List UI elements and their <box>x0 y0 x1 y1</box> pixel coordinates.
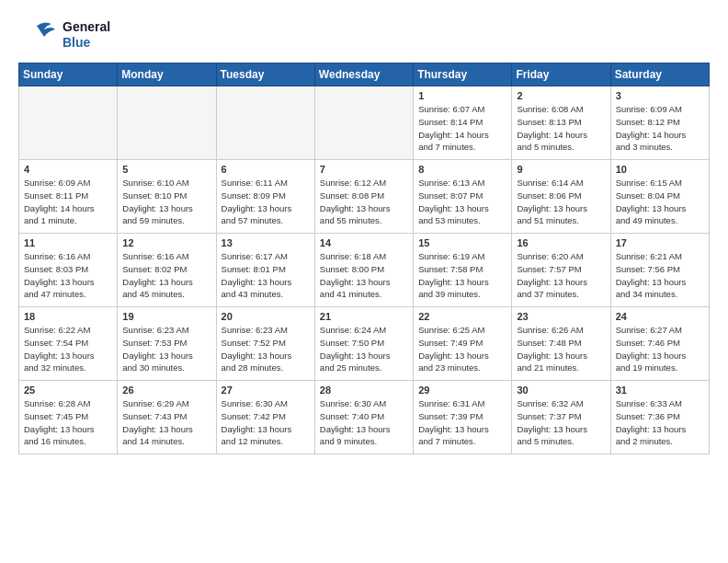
calendar-cell: 31Sunrise: 6:33 AMSunset: 7:36 PMDayligh… <box>610 381 709 454</box>
calendar-cell: 28Sunrise: 6:30 AMSunset: 7:40 PMDayligh… <box>314 381 413 454</box>
calendar-cell: 23Sunrise: 6:26 AMSunset: 7:48 PMDayligh… <box>512 307 610 381</box>
day-info: Sunrise: 6:24 AMSunset: 7:50 PMDaylight:… <box>320 324 408 374</box>
day-number: 27 <box>222 385 310 396</box>
day-number: 25 <box>24 385 112 396</box>
calendar-cell: 30Sunrise: 6:32 AMSunset: 7:37 PMDayligh… <box>512 381 610 454</box>
calendar-cell: 8Sunrise: 6:13 AMSunset: 8:07 PMDaylight… <box>414 160 512 234</box>
weekday-header-wednesday: Wednesday <box>314 63 413 86</box>
calendar-table: SundayMondayTuesdayWednesdayThursdayFrid… <box>18 63 710 454</box>
calendar-cell <box>216 86 314 160</box>
weekday-header-tuesday: Tuesday <box>216 63 314 86</box>
day-info: Sunrise: 6:09 AMSunset: 8:12 PMDaylight:… <box>616 103 704 154</box>
week-row-5: 25Sunrise: 6:28 AMSunset: 7:45 PMDayligh… <box>19 381 710 454</box>
day-number: 12 <box>122 237 210 248</box>
day-number: 3 <box>616 90 704 101</box>
day-number: 9 <box>517 164 605 175</box>
calendar-cell: 10Sunrise: 6:15 AMSunset: 8:04 PMDayligh… <box>610 160 709 234</box>
day-info: Sunrise: 6:19 AMSunset: 7:58 PMDaylight:… <box>418 250 506 301</box>
calendar-cell: 1Sunrise: 6:07 AMSunset: 8:14 PMDaylight… <box>414 86 512 160</box>
weekday-header-saturday: Saturday <box>610 63 709 86</box>
calendar-cell: 29Sunrise: 6:31 AMSunset: 7:39 PMDayligh… <box>414 381 512 454</box>
day-info: Sunrise: 6:11 AMSunset: 8:09 PMDaylight:… <box>222 177 310 227</box>
day-info: Sunrise: 6:16 AMSunset: 8:02 PMDaylight:… <box>122 250 210 301</box>
day-number: 11 <box>24 237 112 248</box>
day-number: 29 <box>418 385 506 396</box>
day-number: 6 <box>222 164 310 175</box>
page: GeneralBlue SundayMondayTuesdayWednesday… <box>0 0 728 464</box>
day-info: Sunrise: 6:13 AMSunset: 8:07 PMDaylight:… <box>418 177 506 227</box>
logo: GeneralBlue <box>18 17 110 53</box>
weekday-header-friday: Friday <box>512 63 610 86</box>
calendar-cell: 3Sunrise: 6:09 AMSunset: 8:12 PMDaylight… <box>610 86 709 160</box>
calendar-cell: 6Sunrise: 6:11 AMSunset: 8:09 PMDaylight… <box>216 160 314 234</box>
day-info: Sunrise: 6:17 AMSunset: 8:01 PMDaylight:… <box>222 250 310 301</box>
day-number: 2 <box>517 90 605 101</box>
calendar-cell: 19Sunrise: 6:23 AMSunset: 7:53 PMDayligh… <box>118 307 216 381</box>
day-number: 13 <box>222 237 310 248</box>
weekday-header-sunday: Sunday <box>19 63 118 86</box>
weekday-header-monday: Monday <box>118 63 216 86</box>
logo-icon <box>18 17 59 53</box>
calendar-cell: 12Sunrise: 6:16 AMSunset: 8:02 PMDayligh… <box>118 234 216 307</box>
day-number: 28 <box>320 385 408 396</box>
day-info: Sunrise: 6:33 AMSunset: 7:36 PMDaylight:… <box>616 397 704 448</box>
day-info: Sunrise: 6:31 AMSunset: 7:39 PMDaylight:… <box>418 397 506 448</box>
day-number: 14 <box>320 237 408 248</box>
day-number: 8 <box>418 164 506 175</box>
calendar-cell: 14Sunrise: 6:18 AMSunset: 8:00 PMDayligh… <box>314 234 413 307</box>
calendar-cell: 17Sunrise: 6:21 AMSunset: 7:56 PMDayligh… <box>610 234 709 307</box>
day-number: 17 <box>616 237 704 248</box>
week-row-3: 11Sunrise: 6:16 AMSunset: 8:03 PMDayligh… <box>19 234 710 307</box>
day-number: 18 <box>24 311 112 322</box>
day-number: 22 <box>418 311 506 322</box>
day-info: Sunrise: 6:23 AMSunset: 7:52 PMDaylight:… <box>222 324 310 374</box>
day-number: 20 <box>222 311 310 322</box>
calendar-cell: 13Sunrise: 6:17 AMSunset: 8:01 PMDayligh… <box>216 234 314 307</box>
day-info: Sunrise: 6:30 AMSunset: 7:40 PMDaylight:… <box>320 397 408 448</box>
week-row-1: 1Sunrise: 6:07 AMSunset: 8:14 PMDaylight… <box>19 86 710 160</box>
calendar-cell: 25Sunrise: 6:28 AMSunset: 7:45 PMDayligh… <box>19 381 118 454</box>
day-number: 16 <box>517 237 605 248</box>
calendar-cell: 16Sunrise: 6:20 AMSunset: 7:57 PMDayligh… <box>512 234 610 307</box>
day-info: Sunrise: 6:21 AMSunset: 7:56 PMDaylight:… <box>616 250 704 301</box>
day-info: Sunrise: 6:08 AMSunset: 8:13 PMDaylight:… <box>517 103 605 154</box>
calendar-cell: 9Sunrise: 6:14 AMSunset: 8:06 PMDaylight… <box>512 160 610 234</box>
day-number: 7 <box>320 164 408 175</box>
day-number: 5 <box>122 164 210 175</box>
weekday-header-row: SundayMondayTuesdayWednesdayThursdayFrid… <box>19 63 710 86</box>
day-number: 26 <box>122 385 210 396</box>
day-info: Sunrise: 6:23 AMSunset: 7:53 PMDaylight:… <box>122 324 210 374</box>
calendar-cell: 2Sunrise: 6:08 AMSunset: 8:13 PMDaylight… <box>512 86 610 160</box>
calendar-cell: 11Sunrise: 6:16 AMSunset: 8:03 PMDayligh… <box>19 234 118 307</box>
day-info: Sunrise: 6:18 AMSunset: 8:00 PMDaylight:… <box>320 250 408 301</box>
header: GeneralBlue <box>18 17 710 53</box>
day-number: 15 <box>418 237 506 248</box>
day-number: 19 <box>122 311 210 322</box>
day-number: 21 <box>320 311 408 322</box>
day-info: Sunrise: 6:14 AMSunset: 8:06 PMDaylight:… <box>517 177 605 227</box>
day-info: Sunrise: 6:25 AMSunset: 7:49 PMDaylight:… <box>418 324 506 374</box>
day-info: Sunrise: 6:16 AMSunset: 8:03 PMDaylight:… <box>24 250 112 301</box>
day-info: Sunrise: 6:30 AMSunset: 7:42 PMDaylight:… <box>222 397 310 448</box>
week-row-2: 4Sunrise: 6:09 AMSunset: 8:11 PMDaylight… <box>19 160 710 234</box>
day-info: Sunrise: 6:07 AMSunset: 8:14 PMDaylight:… <box>418 103 506 154</box>
calendar-cell: 7Sunrise: 6:12 AMSunset: 8:08 PMDaylight… <box>314 160 413 234</box>
day-number: 30 <box>517 385 605 396</box>
weekday-header-thursday: Thursday <box>414 63 512 86</box>
day-info: Sunrise: 6:27 AMSunset: 7:46 PMDaylight:… <box>616 324 704 374</box>
calendar-cell <box>314 86 413 160</box>
day-number: 10 <box>616 164 704 175</box>
day-number: 1 <box>418 90 506 101</box>
day-info: Sunrise: 6:20 AMSunset: 7:57 PMDaylight:… <box>517 250 605 301</box>
calendar-cell: 21Sunrise: 6:24 AMSunset: 7:50 PMDayligh… <box>314 307 413 381</box>
calendar-cell: 15Sunrise: 6:19 AMSunset: 7:58 PMDayligh… <box>414 234 512 307</box>
day-info: Sunrise: 6:15 AMSunset: 8:04 PMDaylight:… <box>616 177 704 227</box>
day-info: Sunrise: 6:22 AMSunset: 7:54 PMDaylight:… <box>24 324 112 374</box>
day-number: 23 <box>517 311 605 322</box>
calendar-cell <box>19 86 118 160</box>
week-row-4: 18Sunrise: 6:22 AMSunset: 7:54 PMDayligh… <box>19 307 710 381</box>
day-info: Sunrise: 6:28 AMSunset: 7:45 PMDaylight:… <box>24 397 112 448</box>
calendar-cell: 24Sunrise: 6:27 AMSunset: 7:46 PMDayligh… <box>610 307 709 381</box>
day-info: Sunrise: 6:32 AMSunset: 7:37 PMDaylight:… <box>517 397 605 448</box>
day-info: Sunrise: 6:26 AMSunset: 7:48 PMDaylight:… <box>517 324 605 374</box>
